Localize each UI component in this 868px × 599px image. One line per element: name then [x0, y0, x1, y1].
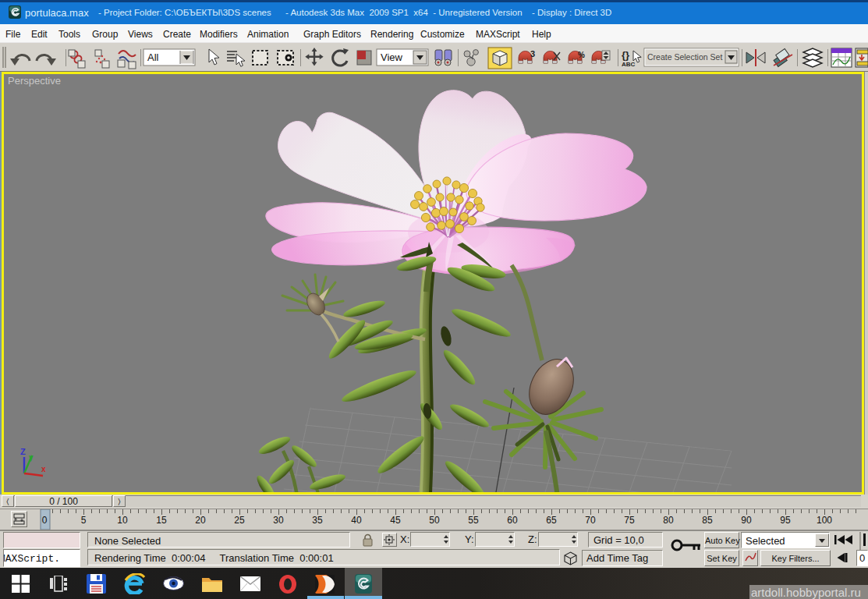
svg-text:50: 50: [429, 515, 440, 526]
svg-text:%: %: [578, 51, 585, 59]
svg-text:95: 95: [780, 515, 791, 526]
svg-text:45: 45: [390, 515, 401, 526]
svg-text:Z: Z: [20, 447, 26, 456]
svg-text:{}: {}: [622, 49, 629, 61]
svg-text:ABC: ABC: [622, 61, 636, 68]
svg-text:View: View: [381, 51, 403, 63]
svg-text:0: 0: [42, 515, 48, 526]
svg-text:10: 10: [117, 515, 128, 526]
svg-text:40: 40: [351, 515, 362, 526]
svg-text:100: 100: [817, 515, 832, 526]
svg-text:55: 55: [468, 515, 479, 526]
svg-text:3: 3: [530, 49, 535, 58]
svg-text:75: 75: [624, 515, 635, 526]
svg-text:35: 35: [312, 515, 323, 526]
svg-text:20: 20: [195, 515, 206, 526]
svg-text:65: 65: [546, 515, 557, 526]
svg-text:85: 85: [702, 515, 713, 526]
svg-text:x: x: [41, 465, 46, 473]
svg-text:5: 5: [81, 515, 87, 526]
svg-text:30: 30: [273, 515, 284, 526]
svg-text:All: All: [147, 51, 159, 63]
svg-text:25: 25: [234, 515, 245, 526]
svg-text:80: 80: [663, 515, 674, 526]
svg-text:70: 70: [585, 515, 596, 526]
svg-text:15: 15: [156, 515, 167, 526]
svg-text:Create Selection Set: Create Selection Set: [647, 52, 722, 62]
svg-text:60: 60: [507, 515, 518, 526]
svg-text:90: 90: [741, 515, 752, 526]
svg-text:y: y: [29, 453, 34, 462]
